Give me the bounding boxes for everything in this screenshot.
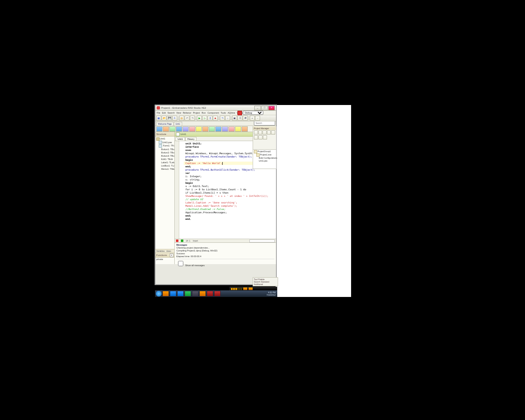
menu-tools[interactable]: Tools <box>221 112 226 114</box>
separator <box>231 116 231 120</box>
stepinto-icon[interactable]: ↓ <box>225 116 230 121</box>
menu-run[interactable]: Run <box>202 112 206 114</box>
folder-icon[interactable]: ▥ <box>179 116 184 121</box>
stop-run-icon[interactable]: ■ <box>213 116 218 121</box>
pm-add-icon[interactable] <box>258 130 262 135</box>
messages-panel[interactable]: Messages Checking project dependencies..… <box>175 242 276 264</box>
menu-view[interactable]: View <box>176 112 181 114</box>
menu-refactor[interactable]: Refactor <box>183 112 192 114</box>
tab-welcome[interactable]: Welcome Page <box>156 122 173 126</box>
run-nodebug-icon[interactable]: ▷ <box>202 116 207 121</box>
tool-palette[interactable]: Tool Palette Search Standard Additional <box>253 277 278 286</box>
view-form-icon[interactable]: ▣ <box>232 116 237 121</box>
maximize-button[interactable]: □ <box>261 106 268 110</box>
msg-line: Elapsed time: 00:00:00.4 <box>176 255 274 258</box>
menu-search[interactable]: Search <box>167 112 174 114</box>
media-button[interactable] <box>249 288 253 290</box>
file-icon <box>176 132 180 136</box>
comp-icon[interactable] <box>169 126 176 132</box>
messages-title: Messages <box>176 244 274 247</box>
pm-remove-icon[interactable] <box>262 130 267 135</box>
menu-project[interactable]: Project <box>193 112 200 114</box>
pm-tree[interactable]: ProjectGroup1 Project1.exe Build Configu… <box>253 150 276 169</box>
menu-component[interactable]: Component <box>208 112 219 114</box>
pause-icon[interactable]: ‖ <box>208 116 212 121</box>
menu-aqtime[interactable]: AQtime <box>228 112 235 114</box>
pm-sync-icon[interactable] <box>271 130 275 135</box>
taskbar-app[interactable] <box>177 291 184 297</box>
comp-icon[interactable] <box>228 126 235 132</box>
new-icon[interactable]: ▦ <box>156 116 161 121</box>
menu-file[interactable]: File <box>157 112 160 114</box>
comp-icon[interactable] <box>163 126 169 132</box>
comp-icon[interactable] <box>183 126 189 132</box>
pm-header[interactable]: Project Manager <box>253 126 276 130</box>
show-all-checkbox[interactable] <box>178 261 183 266</box>
comp-icon[interactable] <box>235 126 241 132</box>
structure-tree[interactable]: Unit1 Unit1.pas Form1: TForm1 Button1: T… <box>155 137 174 249</box>
pm-toolbar2 <box>253 135 276 140</box>
tab-code[interactable]: Unit1 <box>176 137 185 141</box>
tray-date: 7/14/2012 <box>267 294 276 296</box>
separator <box>196 116 196 120</box>
config-select[interactable]: Debug <box>243 111 263 115</box>
close-button[interactable]: × <box>268 106 275 110</box>
taskbar-app[interactable] <box>170 291 176 297</box>
taskbar-app[interactable] <box>185 291 191 297</box>
comp-icon[interactable] <box>222 126 228 132</box>
save-icon[interactable]: 💾 <box>167 116 172 121</box>
pm-compile-icon[interactable] <box>258 135 262 139</box>
addfile-icon[interactable]: ＋ <box>250 116 255 121</box>
remove-icon[interactable]: － <box>255 116 260 121</box>
cursor-pos: 14: 1 <box>186 240 190 242</box>
view-unit-icon[interactable]: ☰ <box>237 116 242 121</box>
tool-palette-categories[interactable]: Search Standard Additional <box>254 281 277 285</box>
comp-icon[interactable] <box>215 126 221 132</box>
redo-icon[interactable]: ↷ <box>190 116 195 121</box>
pm-new-icon[interactable] <box>254 130 258 135</box>
open-icon[interactable]: 📂 <box>162 116 167 121</box>
pm-view-icon[interactable] <box>267 130 271 135</box>
pm-gear-icon[interactable] <box>263 135 267 139</box>
system-tray[interactable]: 4:32 PM 7/14/2012 <box>267 291 276 296</box>
gutter <box>175 141 179 239</box>
start-button[interactable] <box>156 291 162 297</box>
saveall-icon[interactable]: ⎘ <box>172 116 177 121</box>
comp-icon[interactable] <box>176 126 182 132</box>
minimize-button[interactable]: _ <box>254 106 261 110</box>
stepover-icon[interactable]: ↷ <box>220 116 225 121</box>
window-title: Project1 - Embarcadero RAD Studio XE2 <box>161 107 254 109</box>
taskbar-app[interactable] <box>214 291 221 297</box>
comp-icon[interactable] <box>189 126 195 132</box>
stop-icon[interactable] <box>237 111 242 115</box>
structure-tabs[interactable]: VariablesUses <box>155 249 174 253</box>
left-dock: Structure Unit1 Unit1.pas Form1: TForm1 … <box>155 132 175 264</box>
comp-icon[interactable] <box>209 126 215 132</box>
ok-led-icon <box>181 240 183 242</box>
separator <box>249 116 249 120</box>
titlebar[interactable]: Project1 - Embarcadero RAD Studio XE2 _ … <box>155 105 276 111</box>
comp-icon[interactable] <box>242 126 248 132</box>
object-inspector[interactable]: private <box>155 258 174 264</box>
windows-taskbar[interactable]: 4:32 PM 7/14/2012 <box>155 290 277 297</box>
structure-header[interactable]: Structure <box>155 132 174 137</box>
run-icon[interactable]: ▶ <box>197 116 202 121</box>
menu-edit[interactable]: Edit <box>162 112 166 114</box>
dropdown-icon[interactable]: ▾ <box>170 253 173 257</box>
tab-unit1[interactable]: Unit1 <box>174 122 182 126</box>
comp-icon[interactable] <box>202 126 208 132</box>
tab-history[interactable]: History <box>185 137 196 141</box>
object-inspector-header[interactable]: Functions▾ <box>155 253 174 258</box>
undo-icon[interactable]: ↶ <box>185 116 189 121</box>
pm-build-icon[interactable] <box>254 135 258 139</box>
taskbar-app[interactable] <box>199 291 206 297</box>
media-button[interactable] <box>243 288 247 290</box>
main-toolbar: ▦ 📂 💾 ⎘ ▥ ↶ ↷ ▶ ▷ ‖ ■ ↷ ↓ ▣ ☰ ⇄ ＋ － <box>155 115 276 121</box>
taskbar-app[interactable] <box>207 291 213 297</box>
taskbar-app[interactable] <box>192 291 199 297</box>
search-input[interactable] <box>254 121 275 126</box>
taskbar-app[interactable] <box>162 291 169 297</box>
comp-icon[interactable] <box>156 126 162 132</box>
toggle-icon[interactable]: ⇄ <box>243 116 248 121</box>
comp-icon[interactable] <box>196 126 202 132</box>
